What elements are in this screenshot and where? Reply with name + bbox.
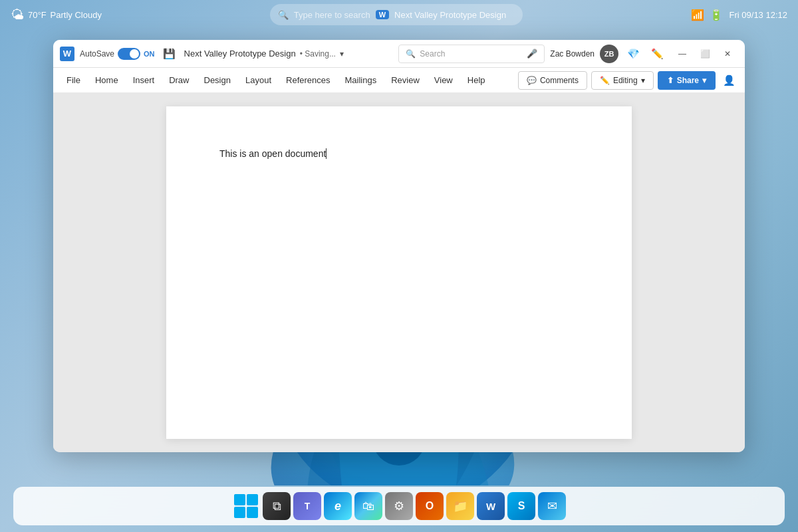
menu-help[interactable]: Help xyxy=(461,72,492,88)
mail-icon: ✉ xyxy=(547,499,557,513)
search-suggestion: Next Valley Prototype Design xyxy=(394,10,506,20)
taskbar-icon-word[interactable]: W xyxy=(477,492,505,520)
review-icon[interactable]: 👤 xyxy=(720,71,738,90)
word-badge: W xyxy=(376,10,389,19)
document-area: This is an open document xyxy=(53,93,745,452)
pen-icon[interactable]: ✏️ xyxy=(648,45,666,63)
taskview-icon: ⧉ xyxy=(273,499,281,513)
tray-icons: 📶 🔋 xyxy=(691,9,723,21)
skype-icon: S xyxy=(518,500,525,512)
autosave-toggle[interactable] xyxy=(118,48,140,60)
taskbar-icon-taskview[interactable]: ⧉ xyxy=(263,492,291,520)
store-icon: 🛍 xyxy=(362,499,374,513)
close-button[interactable]: ✕ xyxy=(717,45,738,63)
search-icon: 🔍 xyxy=(278,10,289,20)
wifi-icon[interactable]: 📶 xyxy=(691,9,704,21)
share-chevron: ▾ xyxy=(702,76,706,85)
autosave-label: AutoSave xyxy=(80,49,114,59)
edge-icon: e xyxy=(334,499,341,513)
taskbar: ⧉ T e 🛍 ⚙ O 📁 W S ✉ xyxy=(13,487,785,525)
taskbar-icon-office[interactable]: O xyxy=(416,492,444,520)
taskbar-search-area: 🔍 Type here to search W Next Valley Prot… xyxy=(102,4,691,25)
taskbar-icon-store[interactable]: 🛍 xyxy=(354,492,382,520)
taskbar-icon-fileexplorer[interactable]: 📁 xyxy=(446,492,474,520)
taskbar-icon-settings[interactable]: ⚙ xyxy=(385,492,413,520)
autosave-group: AutoSave ON xyxy=(80,48,155,60)
title-chevron[interactable]: ▾ xyxy=(340,49,344,59)
system-tray: 📶 🔋 Fri 09/13 12:12 xyxy=(691,9,787,21)
document-page[interactable]: This is an open document xyxy=(166,106,632,439)
taskbar-icon-start[interactable] xyxy=(232,492,260,520)
search-placeholder: Type here to search xyxy=(294,10,370,20)
doc-title-area: Next Valley Prototype Design • Saving...… xyxy=(184,49,394,59)
word-window: W AutoSave ON 💾 Next Valley Prototype De… xyxy=(53,40,745,452)
menu-mailings[interactable]: Mailings xyxy=(338,72,384,88)
document-content: This is an open document xyxy=(219,148,326,159)
title-bar: W AutoSave ON 💾 Next Valley Prototype De… xyxy=(53,40,745,68)
window-controls: — ⬜ ✕ xyxy=(672,45,738,63)
taskbar-icon-mail[interactable]: ✉ xyxy=(538,492,566,520)
title-search-bar[interactable]: 🔍 Search 🎤 xyxy=(398,45,545,63)
weather-widget[interactable]: 🌤 70°F Partly Cloudy xyxy=(11,7,102,23)
menu-layout[interactable]: Layout xyxy=(239,72,278,88)
taskbar-icon-teams[interactable]: T xyxy=(293,492,321,520)
editing-chevron: ▾ xyxy=(641,76,645,85)
menu-review[interactable]: Review xyxy=(384,72,426,88)
battery-icon[interactable]: 🔋 xyxy=(710,9,723,21)
temperature: 70°F xyxy=(28,10,47,20)
maximize-button[interactable]: ⬜ xyxy=(694,45,716,63)
microphone-icon: 🎤 xyxy=(527,49,537,59)
pencil-icon: ✏️ xyxy=(600,76,610,85)
diamond-icon[interactable]: 💎 xyxy=(624,45,642,63)
menu-design[interactable]: Design xyxy=(198,72,237,88)
teams-icon: T xyxy=(305,501,311,511)
editing-button[interactable]: ✏️ Editing ▾ xyxy=(591,71,654,90)
user-area: Zac Bowden ZB 💎 ✏️ xyxy=(550,45,666,63)
ribbon-menu: File Home Insert Draw Design Layout Refe… xyxy=(53,68,745,93)
menu-insert[interactable]: Insert xyxy=(126,72,162,88)
datetime[interactable]: Fri 09/13 12:12 xyxy=(730,10,787,20)
word-icon: W xyxy=(486,501,495,512)
fileexplorer-icon: 📁 xyxy=(453,499,467,513)
doc-title: Next Valley Prototype Design xyxy=(184,49,296,59)
toggle-state-label: ON xyxy=(144,50,155,58)
taskbar-icon-skype[interactable]: S xyxy=(507,492,535,520)
search-placeholder-title: Search xyxy=(420,49,445,59)
saving-status: • Saving... xyxy=(300,49,336,59)
minimize-button[interactable]: — xyxy=(672,45,693,63)
word-logo: W xyxy=(60,47,74,61)
menu-draw[interactable]: Draw xyxy=(162,72,196,88)
search-icon-title: 🔍 xyxy=(406,49,416,59)
save-icon[interactable]: 💾 xyxy=(160,45,179,63)
avatar[interactable]: ZB xyxy=(600,45,618,63)
weather-icon: 🌤 xyxy=(11,7,24,23)
taskbar-icon-edge[interactable]: e xyxy=(324,492,352,520)
taskbar-searchbar[interactable]: 🔍 Type here to search W Next Valley Prot… xyxy=(270,4,523,25)
ribbon-actions: 💬 Comments ✏️ Editing ▾ ⬆ Share ▾ 👤 xyxy=(518,71,738,90)
office-icon: O xyxy=(426,500,434,512)
menu-home[interactable]: Home xyxy=(88,72,125,88)
toggle-knob xyxy=(130,49,139,59)
menu-file[interactable]: File xyxy=(60,72,87,88)
comments-button[interactable]: 💬 Comments xyxy=(518,71,587,90)
menu-references[interactable]: References xyxy=(279,72,336,88)
system-bar: 🌤 70°F Partly Cloudy 🔍 Type here to sear… xyxy=(0,0,798,29)
text-cursor xyxy=(326,148,327,159)
settings-icon: ⚙ xyxy=(394,499,404,513)
user-name: Zac Bowden xyxy=(550,49,595,59)
weather-condition: Partly Cloudy xyxy=(51,10,102,20)
comment-icon: 💬 xyxy=(527,76,537,85)
share-button[interactable]: ⬆ Share ▾ xyxy=(658,71,716,90)
share-icon: ⬆ xyxy=(667,76,674,85)
menu-view[interactable]: View xyxy=(428,72,460,88)
